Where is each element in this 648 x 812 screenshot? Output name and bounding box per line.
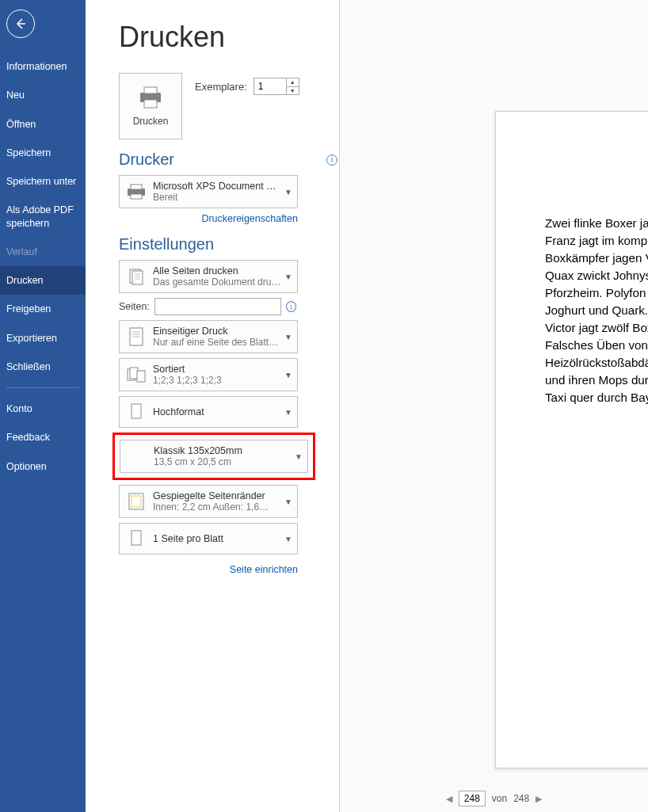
print-scope-line2: Das gesamte Dokument dru… — [153, 276, 281, 288]
sidebar-item-neu[interactable]: Neu — [0, 81, 86, 109]
sidebar-item-schliessen[interactable]: Schließen — [0, 353, 86, 381]
print-scope-dropdown[interactable]: Alle Seiten drucken Das gesamte Dokument… — [119, 260, 298, 293]
paper-size-dropdown[interactable]: Klassik 135x205mm 13,5 cm x 20,5 cm ▼ — [120, 440, 308, 473]
preview-line: Heizölrückstoßabdämpf — [545, 354, 648, 372]
settings-heading: Einstellungen — [119, 235, 214, 254]
duplex-line1: Einseitiger Druck — [153, 326, 281, 337]
backstage-sidebar: Informationen Neu Öffnen Speichern Speic… — [0, 0, 86, 812]
print-settings-pane: Drucken Drucken Exemplare: ▲ ▼ — [86, 0, 339, 812]
preview-line: und ihren Mops durch — [545, 372, 648, 389]
collate-dropdown[interactable]: Sortiert 1;2;3 1;2;3 1;2;3 ▼ — [119, 358, 298, 391]
sidebar-item-verlauf: Verlauf — [0, 238, 86, 266]
orientation-dropdown[interactable]: Hochformat ▼ — [119, 396, 298, 428]
chevron-down-icon: ▼ — [284, 535, 292, 543]
sidebar-item-exportieren[interactable]: Exportieren — [0, 324, 86, 353]
portrait-icon — [124, 400, 148, 424]
chevron-down-icon: ▼ — [284, 371, 292, 379]
pages-icon — [124, 265, 148, 288]
margins-line1: Gespiegelte Seitenränder — [153, 490, 281, 501]
of-label: von — [492, 793, 507, 804]
sidebar-item-feedback[interactable]: Feedback — [0, 423, 86, 452]
svg-rect-2 — [144, 100, 157, 108]
svg-rect-6 — [131, 194, 142, 199]
printer-info-icon[interactable]: i — [326, 154, 337, 166]
svg-rect-18 — [137, 371, 145, 382]
sheet-icon — [124, 527, 148, 551]
sidebar-item-speichern-unter[interactable]: Speichern unter — [0, 167, 86, 196]
page-title: Drucken — [119, 21, 339, 54]
prev-page-button[interactable]: ◀ — [446, 794, 452, 804]
sidebar-item-adobe-pdf[interactable]: Als Adobe PDF speichern — [0, 196, 86, 238]
margins-line2: Innen: 2,2 cm Außen: 1,6… — [153, 501, 281, 513]
sidebar-item-freigeben[interactable]: Freigeben — [0, 295, 86, 323]
margins-dropdown[interactable]: Gespiegelte Seitenränder Innen: 2,2 cm A… — [119, 485, 298, 518]
preview-page: Zwei flinke Boxer jagen Franz jagt im ko… — [495, 111, 648, 768]
copies-label: Exemplare: — [195, 81, 247, 93]
main-area: Drucken Drucken Exemplare: ▲ ▼ — [86, 0, 648, 812]
paper-size-highlight: Klassik 135x205mm 13,5 cm x 20,5 cm ▼ — [112, 433, 315, 480]
printer-status: Bereit — [153, 192, 281, 203]
sidebar-item-konto[interactable]: Konto — [0, 395, 86, 423]
preview-line: Falsches Üben von Xy — [545, 337, 648, 354]
sidebar-item-drucken[interactable]: Drucken — [0, 266, 86, 295]
single-side-icon — [124, 325, 148, 349]
sidebar-item-informationen[interactable]: Informationen — [0, 52, 86, 81]
svg-rect-5 — [131, 185, 142, 189]
collate-line2: 1;2;3 1;2;3 1;2;3 — [153, 375, 281, 386]
back-button[interactable] — [6, 10, 35, 38]
printer-dropdown[interactable]: Microsoft XPS Document W… Bereit ▼ — [119, 175, 298, 208]
sidebar-item-oeffnen[interactable]: Öffnen — [0, 110, 86, 139]
preview-line: Franz jagt im komplett v — [545, 232, 648, 250]
printer-heading: Drucker — [119, 151, 174, 169]
printer-icon — [137, 86, 164, 109]
print-preview-pane: Zwei flinke Boxer jagen Franz jagt im ko… — [340, 0, 648, 812]
svg-rect-8 — [132, 271, 143, 284]
paper-line2: 13,5 cm x 20,5 cm — [154, 456, 292, 467]
copies-up[interactable]: ▲ — [287, 78, 299, 87]
preview-line: Joghurt und Quark. "F — [545, 302, 648, 319]
print-scope-line1: Alle Seiten drucken — [153, 265, 281, 276]
collate-line1: Sortiert — [153, 364, 281, 375]
sidebar-item-speichern[interactable]: Speichern — [0, 139, 86, 167]
pages-info-icon[interactable]: i — [286, 301, 296, 312]
sheets-line1: 1 Seite pro Blatt — [153, 533, 281, 544]
printer-properties-link[interactable]: Druckereigenschaften — [119, 213, 298, 224]
chevron-down-icon: ▼ — [284, 408, 292, 417]
chevron-down-icon: ▼ — [284, 188, 292, 196]
printer-name: Microsoft XPS Document W… — [153, 181, 281, 192]
preview-line: Taxi quer durch Bayern — [545, 389, 648, 406]
copies-spinner[interactable]: ▲ ▼ — [253, 78, 299, 95]
paper-icon — [125, 444, 149, 468]
copies-input[interactable] — [254, 78, 286, 94]
svg-rect-19 — [132, 404, 141, 418]
orientation-line1: Hochformat — [153, 406, 281, 417]
duplex-line2: Nur auf eine Seite des Blatts… — [153, 337, 281, 348]
next-page-button[interactable]: ▶ — [536, 794, 542, 804]
paper-line1: Klassik 135x205mm — [154, 445, 292, 456]
svg-rect-1 — [144, 87, 157, 93]
current-page-input[interactable] — [459, 791, 486, 806]
preview-area: Zwei flinke Boxer jagen Franz jagt im ko… — [340, 0, 648, 788]
printer-small-icon — [124, 180, 148, 204]
sheets-dropdown[interactable]: 1 Seite pro Blatt ▼ — [119, 523, 298, 555]
preview-line: Boxkämpfer jagen Vikt — [545, 250, 648, 267]
chevron-down-icon: ▼ — [284, 333, 292, 341]
svg-point-3 — [157, 95, 159, 97]
preview-line: Pforzheim. Polyfon zw — [545, 284, 648, 302]
collate-icon — [124, 363, 148, 387]
sidebar-item-optionen[interactable]: Optionen — [0, 452, 86, 481]
print-button-label: Drucken — [133, 116, 169, 127]
arrow-left-icon — [13, 17, 28, 31]
copies-down[interactable]: ▼ — [287, 87, 299, 95]
page-setup-link[interactable]: Seite einrichten — [119, 564, 298, 575]
preview-line: Quax zwickt Johnys P — [545, 267, 648, 284]
svg-rect-22 — [132, 531, 141, 545]
pages-input[interactable] — [154, 298, 281, 315]
page-nav-bar: ◀ von 248 ▶ — [340, 788, 648, 812]
duplex-dropdown[interactable]: Einseitiger Druck Nur auf eine Seite des… — [119, 320, 298, 353]
print-button[interactable]: Drucken — [119, 73, 182, 139]
preview-line: Zwei flinke Boxer jagen — [545, 215, 648, 232]
chevron-down-icon: ▼ — [295, 452, 303, 461]
preview-line: Victor jagt zwölf Boxk — [545, 319, 648, 337]
chevron-down-icon: ▼ — [284, 273, 292, 281]
